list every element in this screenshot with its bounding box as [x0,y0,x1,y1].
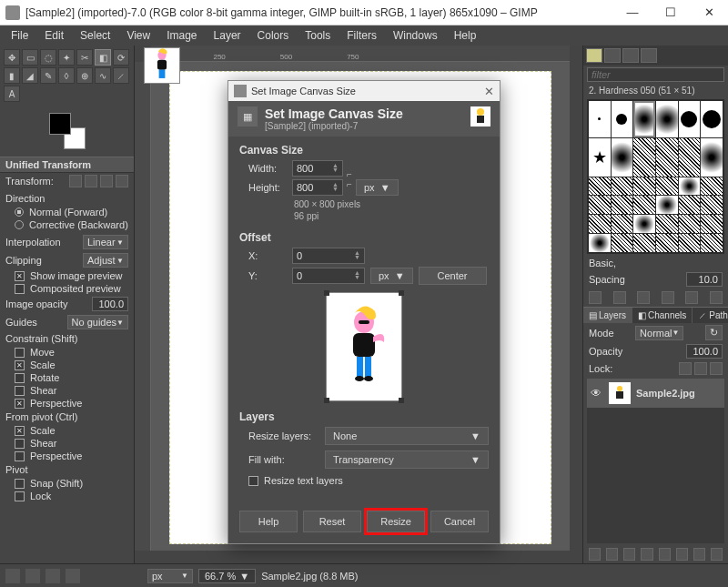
menu-layer[interactable]: Layer [207,27,248,44]
fg-bg-swatches[interactable] [49,113,86,149]
layer-visibility-icon[interactable]: 👁 [591,387,603,400]
minimize-button[interactable]: — [613,0,652,25]
resize-button[interactable]: Resize [367,511,425,532]
lock-alpha-icon[interactable] [710,362,723,375]
duplicate-layer-icon[interactable] [659,548,671,561]
dialog-titlebar[interactable]: Set Image Canvas Size ✕ [228,81,500,101]
fonts-tab-icon[interactable] [622,48,639,63]
menu-colors[interactable]: Colors [250,27,297,44]
tool-warp[interactable]: ⟳ [113,49,129,66]
brush-item[interactable]: ★ [589,138,611,177]
canvas-preview[interactable] [326,292,402,401]
brushes-tab-icon[interactable] [586,48,602,63]
brush-item[interactable] [656,196,678,214]
menu-image[interactable]: Image [159,27,204,44]
offset-unit-select[interactable]: px▼ [370,268,413,284]
brush-item[interactable] [679,215,701,233]
brush-item[interactable] [656,101,678,137]
tool-transform[interactable]: ◧ [95,49,111,66]
brush-filter-input[interactable] [587,67,724,82]
tab-paths[interactable]: ⟋Paths [693,308,728,323]
brush-item[interactable] [589,196,611,214]
brush-item[interactable] [589,177,611,196]
unit-select[interactable]: px▼ [147,569,193,583]
brush-item[interactable] [612,177,633,196]
constrain-shear-check[interactable]: Shear [0,384,134,397]
sb-save-icon[interactable] [5,569,20,583]
brush-item[interactable] [633,177,655,196]
new-layer-icon[interactable] [589,548,601,561]
brush-item[interactable] [612,138,633,177]
fg-color-swatch[interactable] [49,113,71,135]
brush-item[interactable] [656,234,678,252]
tab-layers[interactable]: ▤Layers [583,308,632,323]
tool-path[interactable]: ⟋ [113,67,129,84]
interpolation-select[interactable]: Linear▼ [83,235,128,249]
new-group-icon[interactable] [606,548,618,561]
brush-item[interactable] [701,215,723,233]
center-button[interactable]: Center [419,267,487,285]
raise-layer-icon[interactable] [623,548,635,561]
brush-item[interactable] [656,177,678,196]
menu-windows[interactable]: Windows [386,27,445,44]
pivot-shear-check[interactable]: Shear [0,437,134,450]
mask-layer-icon[interactable] [693,548,705,561]
brush-item[interactable] [612,234,633,252]
brush-item[interactable] [679,177,701,196]
brush-item[interactable] [633,138,655,177]
image-opacity-input[interactable]: 100.0 [92,297,128,311]
y-input[interactable]: 0▲▼ [292,268,365,284]
transform-target-path-icon[interactable] [100,175,113,187]
brush-item[interactable] [701,138,723,177]
brush-item[interactable] [656,138,678,177]
brush-item[interactable] [633,215,655,233]
resize-layers-select[interactable]: None▼ [325,427,489,445]
tool-pencil[interactable]: ✎ [40,67,56,84]
menu-tools[interactable]: Tools [298,27,338,44]
pivot-perspective-check[interactable]: Perspective [0,450,134,462]
edit-brush-icon[interactable] [589,291,602,304]
patterns-tab-icon[interactable] [604,48,621,63]
tool-clone[interactable]: ⊕ [76,67,93,84]
delete-brush-icon[interactable] [662,291,674,304]
mode-reset-button[interactable]: ↻ [705,325,723,340]
transform-target-selection-icon[interactable] [85,175,97,187]
brush-item[interactable] [612,101,633,137]
tool-eraser[interactable]: ◊ [58,67,75,84]
brush-item[interactable] [656,215,678,233]
tool-text[interactable]: A [4,86,20,102]
refresh-brush-icon[interactable] [685,291,698,304]
zoom-select[interactable]: 66.7 %▼ [198,569,256,583]
brush-item[interactable] [589,101,611,137]
tool-free-select[interactable]: ◌ [40,49,56,66]
guides-select[interactable]: No guides▼ [67,315,128,329]
sb-icon[interactable] [66,569,80,583]
constrain-scale-check[interactable]: Scale [0,359,134,371]
lower-layer-icon[interactable] [641,548,652,561]
transform-target-image-icon[interactable] [116,175,128,187]
brush-item[interactable] [633,196,655,214]
resize-text-layers-check[interactable]: Resize text layers [239,474,489,487]
tool-move[interactable]: ✥ [4,49,20,66]
brush-item[interactable] [701,177,723,196]
ruler-vertical[interactable] [135,62,151,551]
brush-item[interactable] [701,234,723,252]
width-input[interactable]: 800▲▼ [292,160,343,177]
composited-preview-check[interactable]: Composited preview [0,282,134,295]
chain-link-icon[interactable]: ⌐⌐ [343,169,356,189]
history-tab-icon[interactable] [641,48,657,63]
menu-select[interactable]: Select [73,27,117,44]
close-button[interactable]: ✕ [690,0,728,25]
tool-rect-select[interactable]: ▭ [22,49,38,66]
lock-position-icon[interactable] [694,362,707,375]
brush-item[interactable] [679,196,701,214]
constrain-move-check[interactable]: Move [0,346,134,359]
new-brush-icon[interactable] [613,291,626,304]
tool-smudge[interactable]: ∿ [95,67,111,84]
tool-crop[interactable]: ✂ [76,49,93,66]
sb-icon[interactable] [46,569,60,583]
tool-bucket[interactable]: ▮ [4,67,20,84]
duplicate-brush-icon[interactable] [637,291,650,304]
menu-file[interactable]: File [4,27,35,44]
delete-layer-icon[interactable] [711,548,723,561]
